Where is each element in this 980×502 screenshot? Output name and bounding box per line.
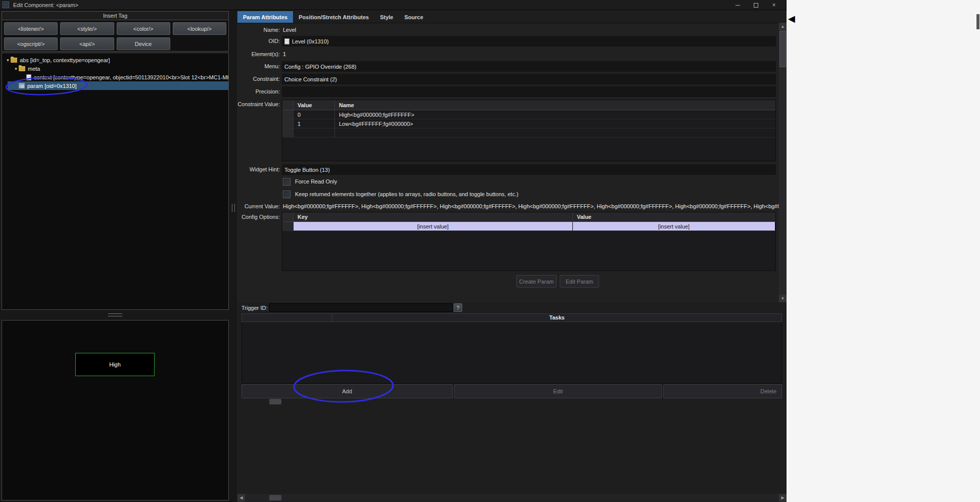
- folder-icon: [19, 66, 25, 71]
- precision-field[interactable]: [282, 86, 776, 97]
- cell-name[interactable]: [335, 128, 775, 137]
- edit-task-button[interactable]: Edit: [454, 384, 662, 398]
- table-row[interactable]: 1 Low<bg#FFFFFF;fg#000000>: [282, 119, 775, 128]
- column-header-value[interactable]: Value: [573, 212, 775, 221]
- oid-label: OID:: [237, 36, 280, 47]
- scroll-right-icon[interactable]: ▶: [779, 494, 787, 501]
- tree-item-param-selected[interactable]: param [oid=0x1310]: [8, 81, 228, 90]
- cell-value[interactable]: 0: [293, 110, 335, 119]
- row-selector[interactable]: [282, 110, 293, 119]
- row-selector[interactable]: [282, 128, 293, 137]
- tag-button-api[interactable]: <api/>: [60, 37, 114, 50]
- preview-toggle-button[interactable]: High: [75, 353, 155, 376]
- tab-style[interactable]: Style: [374, 11, 399, 23]
- param-grid-icon: [19, 83, 25, 88]
- config-insert-row[interactable]: [insert value] [insert value]: [282, 222, 775, 231]
- tag-button-device[interactable]: Device: [117, 37, 170, 50]
- config-options-table: Key Value [insert value] [insert value]: [282, 212, 776, 271]
- table-row[interactable]: 0 High<bg#000000;fg#FFFFFF>: [282, 110, 775, 119]
- name-label: Name:: [237, 25, 280, 35]
- insert-value-cell[interactable]: [insert value]: [573, 222, 775, 231]
- tasks-header-title: Tasks: [332, 314, 781, 322]
- cell-value[interactable]: [293, 128, 335, 137]
- elements-value[interactable]: 1: [283, 49, 286, 60]
- document-icon: [26, 74, 31, 80]
- row-selector[interactable]: [282, 222, 293, 231]
- oid-field[interactable]: Level (0x1310): [282, 36, 776, 47]
- constraint-value-table: Value Name 0 High<bg#000000;fg#FFFFFF> 1…: [282, 100, 776, 161]
- caret-down-icon[interactable]: ▾: [5, 58, 11, 63]
- close-icon: ×: [772, 2, 775, 9]
- vertical-scrollbar-thumb[interactable]: [779, 31, 786, 67]
- edit-param-button[interactable]: Edit Param: [560, 275, 599, 288]
- vertical-splitter[interactable]: [230, 10, 237, 502]
- form-vertical-scrollbar[interactable]: ▲ ▼: [779, 23, 787, 302]
- force-read-only-label: Force Read Only: [295, 178, 337, 185]
- tree-item-abs[interactable]: ▾ abs [id=_top, contexttype=opengear]: [2, 56, 228, 64]
- component-tree: ▾ abs [id=_top, contexttype=opengear] ▾ …: [2, 53, 229, 310]
- minimize-button[interactable]: [728, 0, 747, 10]
- tab-param-attributes[interactable]: Param Attributes: [237, 11, 293, 23]
- tag-button-lookup[interactable]: <lookup/>: [173, 22, 226, 35]
- tag-button-color[interactable]: <color/>: [117, 22, 170, 35]
- tasks-header: Tasks: [241, 313, 782, 322]
- scroll-up-icon[interactable]: ▲: [779, 23, 787, 30]
- name-value[interactable]: Level: [283, 25, 296, 35]
- maximize-button[interactable]: [747, 0, 765, 10]
- close-button[interactable]: ×: [765, 0, 783, 10]
- folder-icon: [11, 58, 17, 63]
- tab-position-stretch-attributes[interactable]: Position/Stretch Attributes: [293, 11, 374, 23]
- param-editor-panel: Param Attributes Position/Stretch Attrib…: [237, 10, 787, 502]
- constraint-field[interactable]: Choice Constraint (2): [282, 74, 776, 84]
- cell-name[interactable]: High<bg#000000;fg#FFFFFF>: [335, 110, 775, 119]
- precision-label: Precision:: [237, 86, 280, 97]
- tag-button-ogscript[interactable]: <ogscript/>: [4, 37, 58, 50]
- tag-button-style[interactable]: <style/>: [60, 22, 114, 35]
- tag-button-listener[interactable]: <listener/>: [4, 22, 58, 35]
- insert-tag-panel: Insert Tag <listener/> <style/> <color/>…: [2, 11, 229, 52]
- table-row[interactable]: [282, 128, 775, 138]
- caret-down-icon[interactable]: ▾: [13, 66, 19, 71]
- titlebar[interactable]: Edit Component: <param> ×: [0, 0, 786, 10]
- horizontal-scrollbar-thumb[interactable]: [269, 495, 281, 500]
- tree-item-label: abs [id=_top, contexttype=opengear]: [20, 57, 110, 63]
- scroll-left-icon[interactable]: ◀: [237, 494, 245, 501]
- cell-name[interactable]: Low<bg#FFFFFF;fg#000000>: [335, 119, 775, 128]
- tasks-list-area[interactable]: [241, 322, 782, 384]
- trigger-id-label: Trigger ID:: [241, 305, 268, 311]
- column-header-value[interactable]: Value: [293, 100, 335, 110]
- cell-value[interactable]: 1: [293, 119, 335, 128]
- maximize-icon: [754, 3, 758, 8]
- scroll-down-icon[interactable]: ▼: [779, 295, 787, 302]
- delete-task-button[interactable]: Delete: [663, 384, 782, 398]
- preview-panel: High: [2, 320, 229, 500]
- tab-source[interactable]: Source: [399, 11, 428, 23]
- trigger-id-input[interactable]: [269, 303, 453, 312]
- row-selector[interactable]: [282, 119, 293, 128]
- force-read-only-checkbox[interactable]: [283, 178, 290, 186]
- desktop-background: ◀: [787, 0, 980, 502]
- tasks-hscrollbar-thumb[interactable]: [269, 399, 281, 404]
- splitter-handle-icon: [232, 204, 235, 212]
- constraint-table-header: Value Name: [282, 100, 775, 110]
- tree-item-meta[interactable]: ▾ meta: [2, 64, 228, 73]
- insert-tag-header: Insert Tag: [2, 12, 228, 20]
- oid-doc-icon: [284, 38, 289, 44]
- elements-label: Element(s):: [237, 49, 280, 60]
- column-header-name[interactable]: Name: [335, 100, 775, 110]
- constraint-value-label: Constraint Value:: [237, 99, 280, 110]
- trigger-help-button[interactable]: ?: [454, 303, 462, 312]
- insert-key-cell[interactable]: [insert value]: [293, 222, 573, 231]
- splitter-handle-icon: [108, 313, 122, 316]
- add-task-button[interactable]: Add: [241, 384, 453, 398]
- external-left-arrow-icon: ◀: [788, 13, 795, 24]
- create-param-button[interactable]: Create Param: [516, 275, 557, 288]
- menu-field[interactable]: Config : GPIO Override (268): [282, 61, 776, 72]
- panel-horizontal-scrollbar[interactable]: ◀ ▶: [237, 494, 787, 501]
- tree-item-context[interactable]: context [contexttype=opengear, objectid=…: [2, 73, 228, 81]
- config-table-header: Key Value: [282, 212, 775, 222]
- keep-elements-checkbox[interactable]: [283, 191, 290, 198]
- widget-hint-field[interactable]: Toggle Button (13): [282, 164, 776, 175]
- horizontal-splitter[interactable]: [2, 310, 229, 320]
- column-header-key[interactable]: Key: [293, 212, 573, 221]
